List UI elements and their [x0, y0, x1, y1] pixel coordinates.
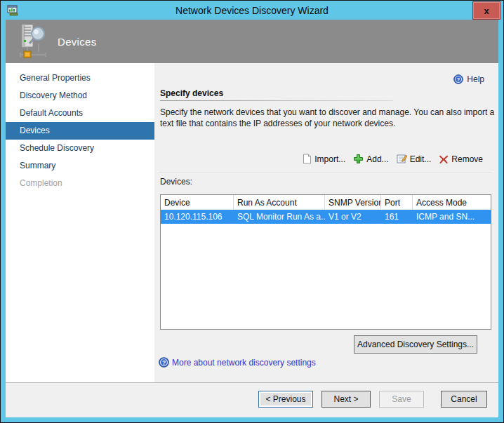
add-button[interactable]: Add...: [353, 154, 388, 164]
column-header-run-as-account[interactable]: Run As Account: [234, 195, 325, 210]
sidebar: General Properties Discovery Method Defa…: [6, 63, 154, 382]
svg-text:?: ?: [457, 76, 460, 83]
close-icon: x: [484, 6, 489, 16]
devices-table: Device Run As Account SNMP Version Port …: [160, 194, 491, 330]
info-question-icon: ?: [159, 357, 169, 368]
help-label: Help: [467, 74, 484, 84]
main-frame: Devices General Properties Discovery Met…: [6, 20, 498, 417]
sidebar-item-discovery-method[interactable]: Discovery Method: [6, 87, 154, 105]
sidebar-item-schedule-discovery[interactable]: Schedule Discovery: [6, 140, 154, 157]
column-header-snmp-version[interactable]: SNMP Version: [325, 195, 381, 210]
cell-run-as-account: SQL Monitor Run As a...: [234, 210, 325, 224]
import-label: Import...: [314, 154, 345, 164]
window-title: Network Devices Discovery Wizard: [1, 5, 503, 16]
close-button[interactable]: x: [472, 1, 500, 20]
toolbar-rule: [159, 172, 491, 173]
sidebar-item-completion: Completion: [6, 175, 154, 192]
section-description: Specify the network devices that you wan…: [160, 107, 496, 129]
sidebar-item-summary[interactable]: Summary: [6, 157, 154, 175]
section-title: Specify devices: [160, 88, 223, 98]
devices-list-label: Devices:: [160, 177, 192, 187]
sidebar-item-default-accounts[interactable]: Default Accounts: [6, 105, 154, 122]
column-header-device[interactable]: Device: [161, 195, 234, 210]
device-row[interactable]: 10.120.115.106 SQL Monitor Run As a... V…: [161, 210, 491, 224]
cell-access-mode: ICMP and SN...: [413, 210, 491, 224]
save-button: Save: [379, 391, 424, 408]
sidebar-item-general-properties[interactable]: General Properties: [6, 69, 154, 87]
import-file-icon: [303, 154, 312, 164]
next-label: Next >: [333, 394, 358, 404]
device-discovery-icon: [18, 23, 48, 60]
wizard-window: Network Devices Discovery Wizard x: [0, 0, 504, 423]
column-header-access-mode[interactable]: Access Mode: [413, 195, 491, 210]
edit-pencil-icon: [397, 154, 407, 164]
import-button[interactable]: Import...: [303, 154, 345, 164]
add-plus-icon: [353, 154, 364, 164]
device-toolbar: Import... Add...: [303, 154, 483, 164]
edit-button[interactable]: Edit...: [397, 154, 432, 164]
footer-bar: < Previous Next > Save Cancel: [6, 382, 498, 417]
section-title-rule: [160, 100, 393, 101]
content-pane: ? Help Specify devices Specify the netwo…: [154, 63, 498, 382]
more-about-link[interactable]: ? More about network discovery settings: [159, 357, 316, 368]
cancel-label: Cancel: [451, 394, 477, 404]
devices-table-header: Device Run As Account SNMP Version Port …: [161, 195, 491, 210]
help-link[interactable]: ? Help: [453, 74, 484, 84]
cell-device: 10.120.115.106: [161, 210, 234, 224]
previous-label: < Previous: [265, 394, 305, 404]
remove-button[interactable]: Remove: [439, 154, 483, 164]
add-label: Add...: [366, 154, 388, 164]
next-button[interactable]: Next >: [321, 391, 371, 408]
wizard-header: Devices: [6, 20, 498, 63]
advanced-discovery-settings-button[interactable]: Advanced Discovery Settings...: [354, 335, 477, 354]
previous-button[interactable]: < Previous: [258, 391, 313, 408]
help-icon: ?: [453, 74, 463, 84]
save-label: Save: [392, 394, 411, 404]
sidebar-item-devices[interactable]: Devices: [6, 122, 154, 140]
cell-snmp-version: V1 or V2: [325, 210, 381, 224]
header-title: Devices: [58, 36, 96, 48]
column-header-port[interactable]: Port: [381, 195, 413, 210]
edit-label: Edit...: [410, 154, 432, 164]
cancel-button[interactable]: Cancel: [441, 391, 487, 408]
remove-x-icon: [439, 154, 449, 164]
body-row: General Properties Discovery Method Defa…: [6, 63, 498, 382]
advanced-button-label: Advanced Discovery Settings...: [357, 340, 474, 349]
titlebar: Network Devices Discovery Wizard x: [1, 1, 503, 20]
svg-text:?: ?: [162, 359, 166, 366]
more-about-label: More about network discovery settings: [172, 358, 316, 368]
cell-port: 161: [381, 210, 413, 224]
remove-label: Remove: [451, 154, 483, 164]
